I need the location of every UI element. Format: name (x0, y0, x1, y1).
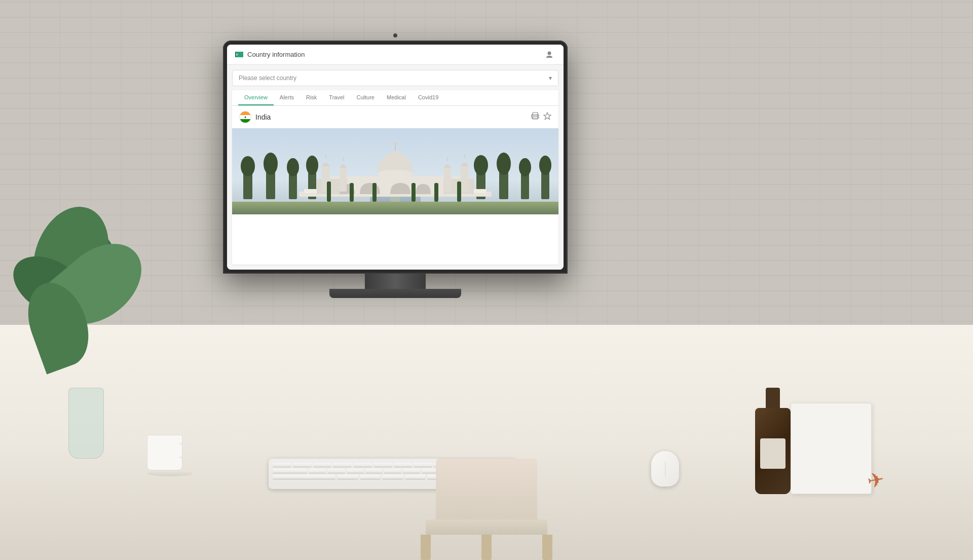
key (293, 463, 312, 467)
chair (410, 459, 563, 560)
country-header-actions (531, 112, 551, 122)
chair-seat (426, 519, 547, 535)
svg-point-25 (539, 156, 551, 175)
chair-leg (421, 535, 431, 560)
plant (15, 205, 157, 459)
monitor-screen-outer: Country information Please select countr… (223, 41, 568, 274)
key (309, 469, 326, 473)
key (273, 463, 291, 467)
svg-rect-45 (232, 202, 558, 214)
app-header-left: Country information (235, 50, 305, 59)
plant-vase (68, 388, 104, 459)
shelf-box (791, 403, 872, 494)
monitor-stand-neck (365, 274, 426, 289)
india-flag-icon (239, 111, 251, 123)
country-name: India (255, 113, 271, 121)
app-container: Country information Please select countr… (227, 45, 564, 270)
svg-point-15 (287, 158, 299, 176)
svg-point-32 (378, 170, 413, 178)
key (394, 463, 413, 467)
tab-medical[interactable]: Medical (381, 90, 412, 105)
spacebar-key (273, 475, 335, 479)
tab-alerts[interactable]: Alerts (274, 90, 300, 105)
chair-back (436, 459, 537, 519)
app-header: Country information (227, 45, 564, 65)
key (382, 475, 403, 479)
country-title-group: India (239, 111, 271, 123)
tab-risk[interactable]: Risk (300, 90, 323, 105)
decorative-bottle (755, 388, 791, 494)
key (353, 463, 372, 467)
chair-leg (481, 535, 492, 560)
svg-rect-41 (461, 166, 469, 192)
svg-point-19 (474, 155, 488, 175)
key (373, 463, 392, 467)
svg-point-11 (241, 156, 255, 176)
user-icon[interactable] (543, 49, 555, 61)
svg-marker-8 (544, 113, 551, 120)
svg-rect-51 (457, 181, 461, 202)
country-select[interactable]: Please select country ▾ (232, 70, 558, 86)
svg-point-13 (264, 153, 278, 175)
country-header: India (232, 106, 558, 128)
svg-rect-48 (372, 183, 377, 202)
key (333, 463, 352, 467)
tabs-bar: Overview Alerts Risk Travel Culture Medi… (232, 90, 558, 106)
cup-saucer (147, 470, 193, 476)
svg-rect-50 (434, 183, 438, 202)
chevron-down-icon: ▾ (549, 74, 552, 82)
chair-leg (542, 535, 552, 560)
taj-mahal-svg (232, 128, 558, 214)
flag-bottom (240, 119, 251, 123)
svg-point-21 (497, 153, 511, 175)
country-select-placeholder: Please select country (239, 74, 296, 82)
key (347, 469, 364, 473)
plant-leaves (15, 205, 157, 408)
flag-top (240, 111, 251, 115)
svg-point-23 (519, 158, 531, 176)
svg-rect-49 (411, 183, 416, 202)
svg-point-3 (548, 51, 551, 55)
tab-overview[interactable]: Overview (238, 90, 274, 105)
bottle-label (760, 438, 785, 469)
key (360, 475, 381, 479)
flag-icon (235, 50, 243, 59)
flag-mid (240, 115, 251, 119)
svg-rect-47 (350, 183, 354, 202)
key (313, 463, 332, 467)
key (327, 469, 345, 473)
tab-culture[interactable]: Culture (351, 90, 381, 105)
svg-rect-46 (327, 181, 331, 202)
cup-body (147, 435, 182, 470)
bottle-neck (766, 388, 780, 408)
cup-handle (180, 443, 191, 458)
key (337, 475, 358, 479)
app-body: Please select country ▾ Overview Alerts … (227, 65, 564, 270)
chair-legs (410, 535, 563, 560)
svg-point-17 (306, 156, 318, 175)
key (273, 469, 307, 473)
monitor-stand-base (329, 289, 461, 298)
mouse (651, 451, 679, 487)
key (384, 469, 401, 473)
print-icon[interactable] (531, 112, 539, 122)
content-area: Overview Alerts Risk Travel Culture Medi… (232, 90, 558, 265)
app-title: Country information (247, 51, 305, 58)
key (365, 469, 383, 473)
svg-rect-39 (444, 168, 451, 192)
svg-rect-37 (340, 168, 347, 192)
svg-point-7 (537, 116, 538, 117)
bottle-body (755, 408, 791, 494)
tab-travel[interactable]: Travel (323, 90, 350, 105)
coffee-cup (147, 435, 193, 476)
svg-point-34 (393, 142, 398, 145)
tab-covid19[interactable]: Covid19 (412, 90, 444, 105)
monitor: Country information Please select countr… (223, 41, 568, 298)
monitor-screen: Country information Please select countr… (227, 45, 564, 270)
monitor-camera (393, 33, 397, 38)
country-hero-image (232, 128, 558, 214)
star-icon[interactable] (543, 112, 551, 122)
